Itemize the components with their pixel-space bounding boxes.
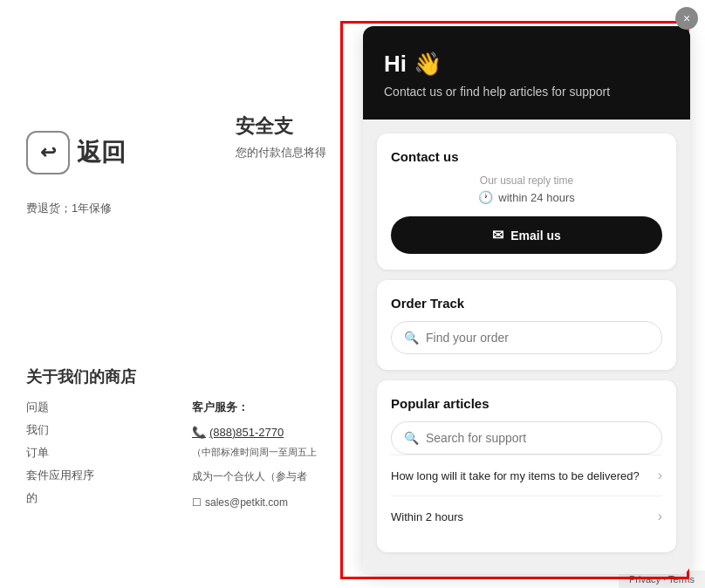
articles-search-icon: 🔍 — [404, 431, 419, 445]
chat-panel: Hi 👋 Contact us or find help articles fo… — [363, 26, 690, 574]
greeting-text: Hi — [384, 51, 407, 78]
about-grid: 问题 我们 订单 套件应用程序 的 客户服务： 📞 (888)851-2770 … — [26, 400, 340, 509]
order-track-title: Order Track — [391, 296, 662, 311]
reply-time-value: 🕐 within 24 hours — [391, 190, 662, 204]
order-search-icon: 🔍 — [404, 331, 419, 345]
safety-sub: 您的付款信息将得 — [236, 145, 326, 161]
chat-subtitle: Contact us or find help articles for sup… — [384, 85, 669, 99]
chat-body: Contact us Our usual reply time 🕐 within… — [363, 120, 690, 574]
articles-search-wrap[interactable]: 🔍 — [391, 421, 662, 455]
email-button[interactable]: ✉ Email us — [391, 216, 662, 254]
chevron-right-icon-0: › — [658, 468, 662, 483]
chevron-right-icon-1: › — [658, 509, 662, 524]
phone-text: (888)851-2770 — [209, 426, 284, 439]
order-track-card: Order Track 🔍 — [377, 280, 676, 370]
safety-title: 安全支 — [236, 113, 326, 140]
phone-number[interactable]: 📞 (888)851-2770 — [192, 426, 340, 439]
order-search-wrap[interactable]: 🔍 — [391, 321, 662, 354]
article-item-0[interactable]: How long will it take for my items to be… — [391, 455, 662, 496]
order-search-input[interactable] — [426, 331, 649, 345]
checkbox-icon: ☐ — [192, 496, 202, 509]
about-item-2: 我们 — [26, 422, 175, 438]
sales-email: ☐ sales@petkit.com — [192, 496, 340, 509]
contact-title: Contact us — [391, 149, 662, 164]
hours-text: （中部标准时间周一至周五上 — [192, 446, 340, 459]
envelope-icon: ✉ — [492, 227, 503, 243]
contact-card: Contact us Our usual reply time 🕐 within… — [377, 133, 676, 270]
about-section: 关于我们的商店 问题 我们 订单 套件应用程序 的 客户服务： 📞 (888)8… — [0, 366, 366, 509]
about-right-col: 客户服务： 📞 (888)851-2770 （中部标准时间周一至周五上 成为一个… — [192, 400, 340, 509]
popular-articles-card: Popular articles 🔍 How long will it take… — [377, 380, 676, 552]
about-item-4: 套件应用程序 — [26, 468, 175, 483]
privacy-text: Privacy · Terms — [629, 574, 695, 585]
article-text-0: How long will it take for my items to be… — [391, 469, 658, 482]
close-icon: × — [683, 11, 690, 25]
about-left-col: 问题 我们 订单 套件应用程序 的 — [26, 400, 175, 509]
about-item-3: 订单 — [26, 445, 175, 461]
reply-time-text: within 24 hours — [498, 191, 574, 204]
articles-search-input[interactable] — [426, 431, 649, 445]
chat-greeting: Hi 👋 — [384, 51, 669, 78]
features-text: 费退货；1年保修 — [0, 192, 340, 225]
chat-header: Hi 👋 Contact us or find help articles fo… — [363, 26, 690, 120]
safety-section: 安全支 您的付款信息将得 — [236, 113, 326, 161]
reply-time-label: Our usual reply time — [391, 174, 662, 187]
article-item-1[interactable]: Within 2 hours › — [391, 496, 662, 537]
back-icon: ↩ — [26, 131, 70, 174]
about-title: 关于我们的商店 — [26, 366, 340, 387]
phone-icon: 📞 — [192, 426, 206, 439]
article-text-1: Within 2 hours — [391, 510, 658, 523]
customer-service-label: 客户服务： — [192, 400, 340, 415]
close-button[interactable]: × — [675, 7, 698, 30]
about-item-1: 问题 — [26, 400, 175, 415]
popular-articles-title: Popular articles — [391, 396, 662, 411]
back-label: 返回 — [77, 136, 126, 169]
sales-email-text: sales@petkit.com — [205, 496, 288, 509]
clock-icon: 🕐 — [478, 190, 493, 204]
greeting-emoji: 👋 — [414, 51, 441, 78]
about-item-5: 的 — [26, 490, 175, 506]
partner-text: 成为一个合伙人（参与者 — [192, 469, 340, 484]
email-button-label: Email us — [510, 229, 561, 243]
